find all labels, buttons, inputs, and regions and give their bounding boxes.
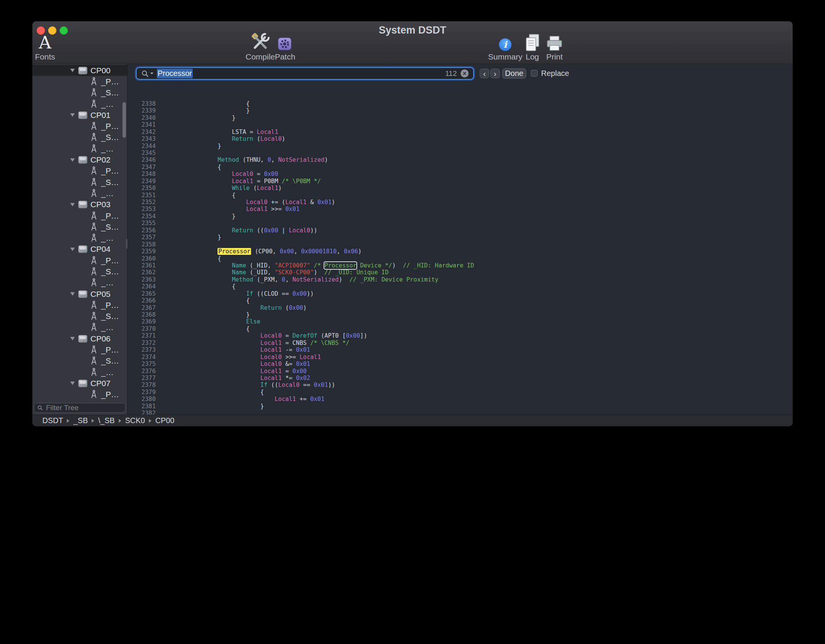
- code-line[interactable]: 2368 }: [127, 311, 793, 318]
- tree-item-cp07[interactable]: CP07: [32, 378, 127, 389]
- code-line[interactable]: 2344 }: [127, 143, 793, 150]
- code-line[interactable]: 2342 LSTA = Local1: [127, 129, 793, 135]
- disclosure-triangle-icon[interactable]: [70, 292, 75, 296]
- code-line[interactable]: 2354 }: [127, 213, 793, 220]
- tree-subitem[interactable]: _…: [32, 232, 127, 243]
- find-query-text[interactable]: Processor: [157, 69, 193, 78]
- tree-subitem[interactable]: _S…: [32, 221, 127, 232]
- code-line[interactable]: 2340 }: [127, 114, 793, 121]
- code-line[interactable]: 2359 Processor (CP00, 0x00, 0x00001810, …: [127, 248, 793, 255]
- tree-subitem[interactable]: _…: [32, 322, 127, 333]
- code-line[interactable]: 2380 Local1 += 0x01: [127, 396, 793, 402]
- find-search-field[interactable]: Processor 112 ×: [136, 67, 474, 80]
- code-line[interactable]: 2347 {: [127, 164, 793, 171]
- tree-subitem[interactable]: _P…: [32, 389, 127, 400]
- disclosure-triangle-icon[interactable]: [70, 382, 75, 385]
- tree-subitem[interactable]: _P…: [32, 344, 127, 355]
- code-line[interactable]: 2362 Name (_UID, "SCK0-CP00") // _UID: U…: [127, 269, 793, 276]
- code-line[interactable]: 2345: [127, 150, 793, 156]
- code-line[interactable]: 2358: [127, 241, 793, 248]
- code-line[interactable]: 2350 While (Local1): [127, 185, 793, 192]
- breadcrumb-item[interactable]: _SB: [73, 416, 88, 425]
- done-button[interactable]: Done: [502, 68, 526, 79]
- code-line[interactable]: 2366 {: [127, 297, 793, 304]
- code-line[interactable]: 2357 }: [127, 234, 793, 241]
- tree-item-cp05[interactable]: CP05: [32, 288, 127, 299]
- code-line[interactable]: 2348 Local0 = 0x00: [127, 171, 793, 177]
- find-next-button[interactable]: ›: [490, 69, 500, 78]
- tree-subitem[interactable]: _S…: [32, 132, 127, 143]
- disclosure-triangle-icon[interactable]: [70, 248, 75, 251]
- filter-tree-input[interactable]: [45, 403, 122, 412]
- code-line[interactable]: 2361 Name (_HID, "ACPI0007" /* Processor…: [127, 262, 793, 269]
- toolbar-summary-button[interactable]: i Summary: [489, 35, 522, 63]
- code-line[interactable]: 2381 }: [127, 403, 793, 410]
- toolbar-patch-button[interactable]: Patch: [271, 35, 299, 63]
- code-line[interactable]: 2374 Local0 >>= Local1: [127, 354, 793, 361]
- tree-subitem[interactable]: _P…: [32, 121, 127, 132]
- tree-item-cp03[interactable]: CP03: [32, 199, 127, 210]
- toolbar-print-button[interactable]: Print: [541, 35, 567, 63]
- code-line[interactable]: 2338 {: [127, 100, 793, 107]
- toolbar-log-button[interactable]: Log: [521, 35, 544, 63]
- code-line[interactable]: 2367 Return (0x00): [127, 304, 793, 311]
- tree-item-cp04[interactable]: CP04: [32, 244, 127, 255]
- tree-subitem[interactable]: _P…: [32, 166, 127, 177]
- find-previous-button[interactable]: ‹: [480, 69, 489, 78]
- code-line[interactable]: 2379 {: [127, 389, 793, 396]
- code-line[interactable]: 2375 Local0 &= 0x01: [127, 361, 793, 367]
- breadcrumb-item[interactable]: CP00: [155, 416, 174, 425]
- disclosure-triangle-icon[interactable]: [70, 203, 75, 206]
- tree-subitem[interactable]: _S…: [32, 87, 127, 98]
- sidebar-scrollbar[interactable]: [122, 102, 126, 138]
- tree-subitem[interactable]: _P…: [32, 210, 127, 221]
- breadcrumb-item[interactable]: SCK0: [125, 416, 145, 425]
- breadcrumb-item[interactable]: DSDT: [42, 416, 63, 425]
- tree-item-cp02[interactable]: CP02: [32, 154, 127, 165]
- tree-item-cp01[interactable]: CP01: [32, 109, 127, 121]
- code-line[interactable]: 2352 Local0 += (Local1 & 0x01): [127, 199, 793, 206]
- replace-checkbox[interactable]: [531, 70, 538, 77]
- tree-subitem[interactable]: _S…: [32, 311, 127, 322]
- code-editor[interactable]: 2338 {2339 }2340 }23412342 LSTA = Local1…: [127, 82, 793, 415]
- clear-search-icon[interactable]: ×: [461, 69, 469, 77]
- disclosure-triangle-icon[interactable]: [70, 158, 75, 162]
- breadcrumb-item[interactable]: \_SB: [98, 416, 114, 425]
- tree-subitem[interactable]: _…: [32, 188, 127, 199]
- tree-subitem[interactable]: _…: [32, 98, 127, 109]
- tree-item-cp06[interactable]: CP06: [32, 333, 127, 344]
- code-line[interactable]: 2377 Local1 *= 0x02: [127, 375, 793, 382]
- code-line[interactable]: 2341: [127, 121, 793, 128]
- code-line[interactable]: 2349 Local1 = P0BM /* \P0BM */: [127, 178, 793, 185]
- code-line[interactable]: 2364 {: [127, 283, 793, 290]
- tree-subitem[interactable]: _S…: [32, 356, 127, 367]
- filter-tree-field[interactable]: [34, 403, 126, 413]
- code-line[interactable]: 2343 Return (Local0): [127, 135, 793, 142]
- tree-subitem[interactable]: _…: [32, 367, 127, 378]
- code-line[interactable]: 2382: [127, 410, 793, 415]
- toolbar-fonts-button[interactable]: A Fonts: [32, 35, 58, 63]
- disclosure-triangle-icon[interactable]: [70, 113, 75, 117]
- code-line[interactable]: 2351 {: [127, 192, 793, 199]
- disclosure-triangle-icon[interactable]: [70, 337, 75, 340]
- code-line[interactable]: 2346 Method (THNU, 0, NotSerialized): [127, 156, 793, 163]
- code-line[interactable]: 2376 Local1 = 0x00: [127, 368, 793, 375]
- code-line[interactable]: 2378 If ((Local0 == 0x01)): [127, 382, 793, 388]
- tree-subitem[interactable]: _S…: [32, 177, 127, 188]
- code-line[interactable]: 2353 Local1 >>= 0x01: [127, 206, 793, 213]
- tree-item-cp00[interactable]: CP00: [32, 65, 127, 76]
- tree-subitem[interactable]: _S…: [32, 266, 127, 277]
- code-line[interactable]: 2373 Local1 -= 0x01: [127, 346, 793, 353]
- code-line[interactable]: 2356 Return ((0x00 | Local0)): [127, 227, 793, 234]
- tree-subitem[interactable]: _P…: [32, 255, 127, 266]
- disclosure-triangle-icon[interactable]: [70, 69, 75, 72]
- tree-subitem[interactable]: _P…: [32, 76, 127, 87]
- code-line[interactable]: 2360 {: [127, 255, 793, 262]
- tree-subitem[interactable]: _…: [32, 143, 127, 154]
- code-line[interactable]: 2371 Local0 = DerefOf (APT0 [0x00]): [127, 332, 793, 339]
- search-menu-chevron-icon[interactable]: [150, 72, 153, 74]
- code-line[interactable]: 2339 }: [127, 107, 793, 114]
- tree-subitem[interactable]: _S…: [32, 400, 127, 401]
- code-line[interactable]: 2355: [127, 220, 793, 227]
- code-line[interactable]: 2363 Method (_PXM, 0, NotSerialized) // …: [127, 276, 793, 283]
